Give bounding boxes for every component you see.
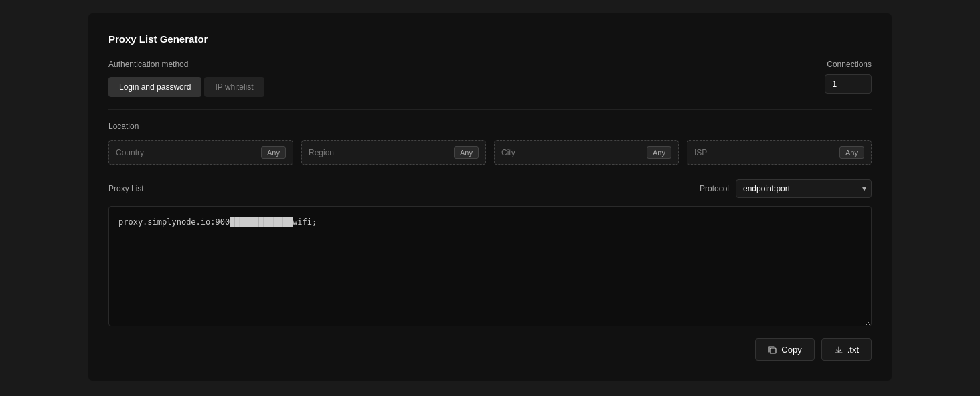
- copy-button[interactable]: Copy: [755, 338, 814, 361]
- proxy-list-section: Proxy List Protocol endpoint:port login:…: [108, 179, 872, 361]
- protocol-select-wrapper: endpoint:port login:password@endpoint:po…: [736, 179, 872, 198]
- country-label: Country: [116, 148, 144, 157]
- auth-section-label: Authentication method: [108, 60, 825, 69]
- ip-whitelist-button[interactable]: IP whitelist: [204, 77, 264, 97]
- copy-label: Copy: [781, 344, 801, 355]
- city-select[interactable]: City Any: [494, 140, 679, 165]
- proxy-list-header: Proxy List Protocol endpoint:port login:…: [108, 179, 872, 198]
- download-icon: [834, 345, 843, 355]
- isp-any-badge: Any: [839, 146, 864, 159]
- isp-label: ISP: [694, 148, 707, 157]
- location-filters-row: Country Any Region Any City Any ISP Any: [108, 140, 872, 165]
- page-title: Proxy List Generator: [108, 33, 872, 45]
- protocol-select[interactable]: endpoint:port login:password@endpoint:po…: [736, 179, 872, 198]
- action-buttons-row: Copy .txt: [108, 338, 872, 361]
- connections-label: Connections: [825, 60, 872, 69]
- protocol-row: Protocol endpoint:port login:password@en…: [700, 179, 872, 198]
- connections-input[interactable]: [825, 74, 872, 94]
- region-select[interactable]: Region Any: [301, 140, 486, 165]
- proxy-list-generator-card: Proxy List Generator Authentication meth…: [88, 13, 892, 381]
- auth-buttons-group: Login and password IP whitelist: [108, 77, 825, 97]
- country-any-badge: Any: [261, 146, 286, 159]
- city-label: City: [501, 148, 515, 157]
- login-password-button[interactable]: Login and password: [108, 77, 201, 97]
- txt-download-button[interactable]: .txt: [821, 338, 872, 361]
- region-label: Region: [309, 148, 334, 157]
- txt-label: .txt: [847, 344, 859, 355]
- copy-icon: [768, 345, 777, 355]
- divider-1: [108, 109, 872, 110]
- city-any-badge: Any: [647, 146, 671, 159]
- country-select[interactable]: Country Any: [108, 140, 293, 165]
- region-any-badge: Any: [454, 146, 479, 159]
- proxy-textarea[interactable]: proxy.simplynode.io:900█████████████wifi…: [108, 206, 872, 326]
- svg-rect-0: [770, 348, 776, 353]
- protocol-label: Protocol: [700, 184, 729, 193]
- location-section-label: Location: [108, 122, 872, 131]
- proxy-list-label: Proxy List: [108, 184, 144, 193]
- isp-select[interactable]: ISP Any: [687, 140, 872, 165]
